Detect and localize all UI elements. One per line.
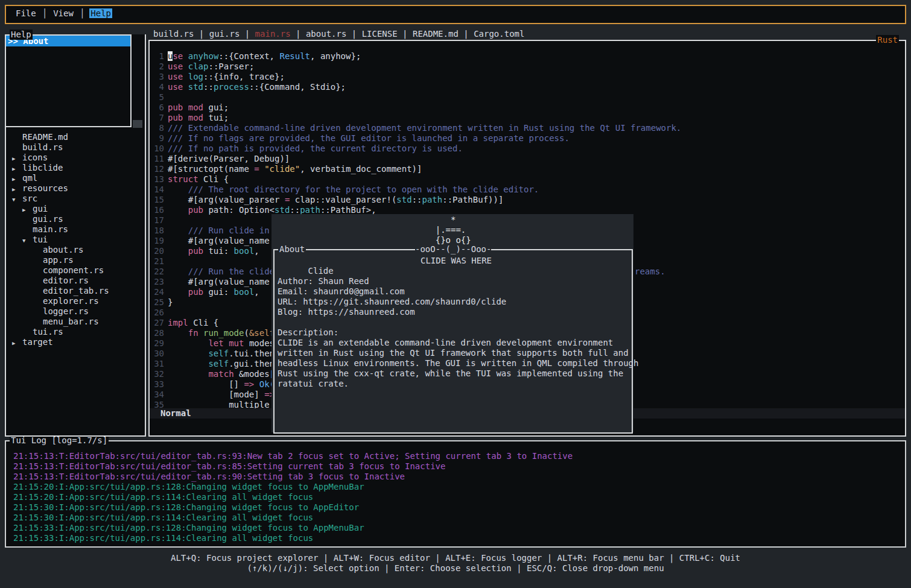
code-line-15[interactable]: 15 #[arg(value_parser = clap::value_pars… — [151, 195, 904, 205]
tree-item-resources[interactable]: ▶resources — [6, 183, 68, 194]
code-token: std — [188, 82, 203, 92]
line-number: 29 — [151, 338, 164, 349]
tree-item-component-rs[interactable]: component.rs — [6, 265, 104, 276]
about-field: URL: https://git.shaunreed.com/shaunrd0/… — [278, 297, 629, 307]
tree-item-gui-rs[interactable]: gui.rs — [6, 214, 63, 224]
tab-cargo.toml[interactable]: Cargo.toml — [474, 29, 524, 39]
tree-item-explorer-rs[interactable]: explorer.rs — [6, 296, 99, 306]
log-entry: 21:15:13:T:EditorTab:src/tui/editor_tab.… — [13, 472, 405, 482]
code-token — [183, 113, 188, 122]
explorer-scrollbar-thumb[interactable] — [133, 120, 142, 128]
code-line-8[interactable]: 8/// Extendable command-line driven deve… — [151, 123, 904, 133]
tree-item-label: editor_tab.rs — [43, 286, 109, 296]
code-token: pub — [168, 113, 183, 122]
about-banner: CLIDE WAS HERE — [421, 256, 492, 266]
tree-item-about-rs[interactable]: about.rs — [6, 245, 83, 255]
tree-item-gui[interactable]: ▶gui — [6, 204, 48, 214]
tree-item-main-rs[interactable]: main.rs — [6, 224, 68, 235]
tree-item-menu_bar-rs[interactable]: menu_bar.rs — [6, 317, 99, 327]
code-line-1[interactable]: 1use anyhow::{Context, Result, anyhow}; — [151, 51, 904, 62]
tab-separator: | — [240, 29, 255, 39]
code-token: log — [188, 72, 203, 81]
code-line-13[interactable]: 13struct Cli { — [151, 174, 904, 185]
code-token: bool — [234, 246, 255, 256]
code-line-12[interactable]: 12#[structopt(name = "clide", verbatim_d… — [151, 164, 904, 174]
tab-gui.rs[interactable]: gui.rs — [209, 29, 240, 39]
code-line-10[interactable]: 10/// If no path is provided, the curren… — [151, 144, 904, 154]
tab-license[interactable]: LICENSE — [362, 29, 398, 39]
code-line-4[interactable]: 4use std::process::{Command, Stdio}; — [151, 82, 904, 92]
menu-item-file[interactable]: File — [14, 8, 37, 18]
line-number: 16 — [151, 205, 164, 215]
tab-build.rs[interactable]: build.rs — [153, 29, 194, 39]
line-number: 4 — [151, 82, 164, 92]
line-number: 13 — [151, 174, 164, 185]
tree-item-target[interactable]: ▶target — [6, 337, 53, 347]
tree-item-editor_tab-rs[interactable]: editor_tab.rs — [6, 286, 109, 296]
about-field: Blog: https://shaunreed.com — [278, 307, 629, 317]
help-dropdown-title: Help — [10, 30, 33, 40]
line-number: 27 — [151, 318, 164, 328]
code-line-9[interactable]: 9/// If no flags are provided, the GUI e… — [151, 133, 904, 144]
about-description-line: headless Linux environments. The GUI is … — [278, 358, 629, 368]
tree-item-tui-rs[interactable]: tui.rs — [6, 327, 63, 337]
tab-main.rs[interactable]: main.rs — [255, 29, 291, 39]
log-entry: 21:15:33:I:App:src/tui/app.rs:114:Cleari… — [13, 533, 313, 543]
tree-item-tui[interactable]: ▼tui — [6, 235, 48, 245]
tree-item-readme-md[interactable]: README.md — [6, 132, 68, 142]
tree-item-app-rs[interactable]: app.rs — [6, 255, 74, 265]
code-line-5[interactable]: 5 — [151, 92, 904, 103]
chevron-right-icon: ▶ — [12, 338, 22, 349]
tab-about.rs[interactable]: about.rs — [306, 29, 346, 39]
code-token: /// If no path is provided, the current … — [168, 144, 463, 153]
tree-item-label: about.rs — [43, 245, 83, 254]
line-number: 2 — [151, 62, 164, 72]
about-box: About -ooO--(_)--Ooo- Clide CLIDE WAS HE… — [273, 249, 633, 434]
tree-item-label: icons — [22, 153, 48, 162]
tree-item-editor-rs[interactable]: editor.rs — [6, 276, 89, 286]
line-number: 10 — [151, 144, 164, 154]
code-line-7[interactable]: 7pub mod tui; — [151, 113, 904, 123]
tab-separator: | — [346, 29, 361, 39]
tree-item-label: gui.rs — [33, 214, 63, 224]
menu-item-view[interactable]: View — [52, 8, 75, 18]
code-token: &self — [249, 328, 275, 338]
tree-item-src[interactable]: ▼src — [6, 194, 37, 204]
code-line-2[interactable]: 2use clap::Parser; — [151, 62, 904, 72]
code-line-6[interactable]: 6pub mod gui; — [151, 103, 904, 113]
line-number: 14 — [151, 185, 164, 195]
about-popup: * |.===. {}o o{} About -ooO--(_)--Ooo- C… — [271, 214, 633, 432]
tree-item-label: menu_bar.rs — [43, 317, 99, 326]
tab-readme.md[interactable]: README.md — [413, 29, 459, 39]
menu-bar: File│View│Help — [5, 5, 906, 24]
code-token: path: Option< — [203, 205, 275, 215]
line-number: 20 — [151, 246, 164, 256]
code-line-11[interactable]: 11#[derive(Parser, Debug)] — [151, 154, 904, 164]
tree-item-qml[interactable]: ▶qml — [6, 173, 37, 183]
code-token: = — [254, 164, 259, 174]
code-token: fn — [188, 328, 198, 338]
code-token: self — [208, 349, 229, 358]
tree-item-build-rs[interactable]: build.rs — [6, 142, 63, 153]
tree-item-icons[interactable]: ▶icons — [6, 153, 48, 163]
line-number: 7 — [151, 113, 164, 123]
about-field: Email: shaunrd0@gmail.com — [278, 286, 629, 297]
tree-item-label: README.md — [22, 132, 68, 142]
tree-item-libclide[interactable]: ▶libclide — [6, 163, 63, 173]
code-token: process — [214, 82, 249, 92]
keybind-help-line-1: ALT+Q: Focus project explorer | ALT+W: F… — [0, 553, 911, 563]
code-token: "clide" — [264, 164, 300, 174]
code-token: path — [300, 205, 320, 215]
code-token: /// If no flags are provided, the GUI ed… — [168, 133, 570, 143]
menu-separator: │ — [75, 8, 89, 18]
code-overflow-fragment: reams. — [635, 267, 665, 277]
code-token: :: — [290, 205, 300, 215]
keybind-help-line-2: (↑/k)/(↓/j): Select option | Enter: Choo… — [0, 563, 911, 574]
tree-item-label: main.rs — [33, 224, 68, 234]
code-token: modes — [244, 338, 275, 348]
code-line-3[interactable]: 3use log::{info, trace}; — [151, 72, 904, 82]
log-entry: 21:15:13:T:EditorTab:src/tui/editor_tab.… — [13, 451, 573, 461]
tree-item-logger-rs[interactable]: logger.rs — [6, 306, 89, 317]
menu-item-help[interactable]: Help — [89, 8, 112, 18]
code-line-14[interactable]: 14 /// The root directory for the projec… — [151, 185, 904, 195]
